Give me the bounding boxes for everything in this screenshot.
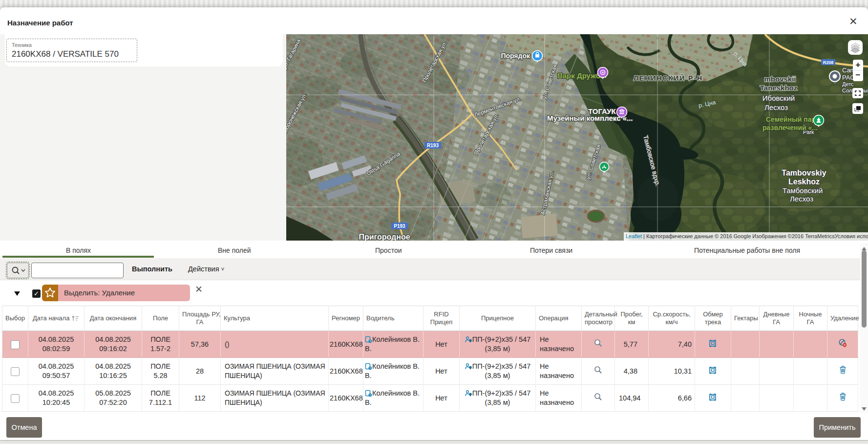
svg-text:Порядок: Порядок	[501, 52, 530, 60]
svg-text:R208: R208	[823, 60, 834, 65]
svg-text:P193: P193	[394, 223, 405, 229]
svg-text:развлечений «...: развлечений «...	[762, 124, 818, 132]
svg-text:Лесхоз: Лесхоз	[764, 103, 788, 111]
svg-text:Тамбовский: Тамбовский	[783, 186, 823, 195]
svg-text:Семейный парк: Семейный парк	[766, 115, 820, 123]
svg-text:Ибовский: Ибовский	[762, 94, 795, 102]
svg-text:Лесхоз: Лесхоз	[790, 195, 813, 203]
svg-text:mbovskii: mbovskii	[764, 75, 796, 83]
svg-text:Детс: Детс	[842, 81, 854, 87]
svg-text:Tambovskiy: Tambovskiy	[782, 169, 826, 177]
svg-text:ЛЕНИНСКИЙ Р-Н: ЛЕНИНСКИЙ Р-Н	[634, 74, 703, 82]
svg-text:Taneskhoz: Taneskhoz	[760, 84, 797, 92]
svg-text:Пригородное: Пригородное	[359, 233, 410, 241]
svg-text:Leskhoz: Leskhoz	[788, 178, 820, 186]
svg-text:R193: R193	[427, 143, 439, 148]
